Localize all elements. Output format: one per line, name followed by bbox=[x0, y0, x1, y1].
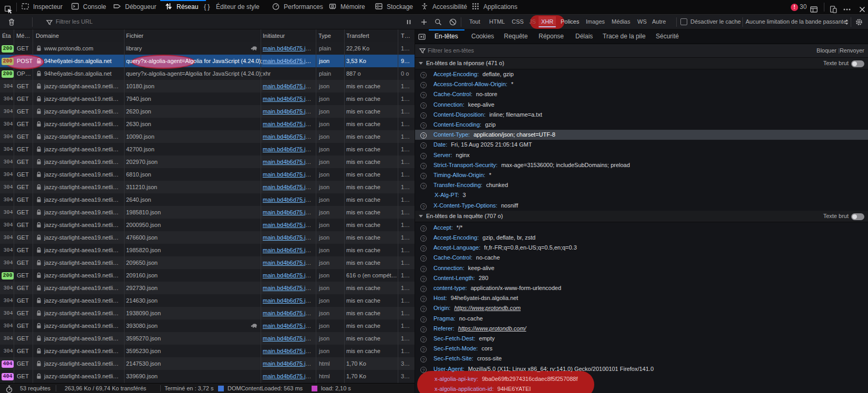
svg-text:{ }: { } bbox=[204, 3, 210, 11]
